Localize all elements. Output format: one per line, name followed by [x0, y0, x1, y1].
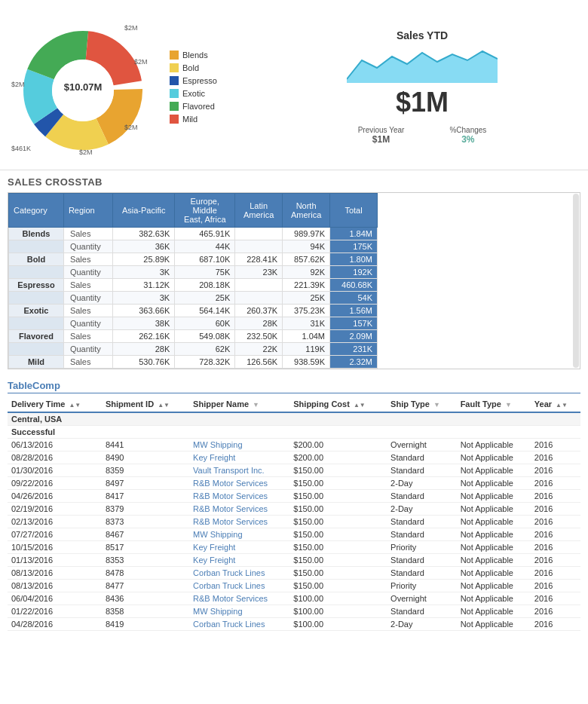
legend-color-espresso — [170, 76, 179, 85]
table-row[interactable]: 02/19/20168379R&B Motor Services$150.002… — [8, 503, 580, 516]
table-row[interactable]: 08/13/20168477Corban Truck Lines$150.00P… — [8, 580, 580, 592]
crosstab-cell-latin: 260.37K — [235, 305, 283, 317]
cell-shipper: R&B Motor Services — [189, 503, 289, 516]
table-row[interactable]: 01/13/20168353Key Freight$150.00Standard… — [8, 554, 580, 567]
crosstab-cell-asia: 3K — [113, 292, 175, 305]
table-row[interactable]: 10/15/20168517Key Freight$150.00Priority… — [8, 541, 580, 554]
crosstab-cell-north: 119K — [283, 343, 330, 356]
filter-icon-shipper[interactable]: ▼ — [253, 401, 259, 409]
cell-id: 8490 — [102, 451, 189, 464]
crosstab-row-type: Quantity — [63, 266, 112, 279]
th-year[interactable]: Year ▲▼ — [531, 396, 580, 412]
chart-area: $2M $2M $2M $2M $461K $2M $10.07M Blends… — [8, 8, 249, 166]
table-row[interactable]: 09/22/20168497R&B Motor Services$150.002… — [8, 477, 580, 490]
crosstab-row-type: Sales — [63, 305, 112, 317]
cell-year: 2016 — [531, 477, 580, 490]
donut-label-exotic: $2M — [11, 81, 25, 88]
filter-icon-ship-type[interactable]: ▼ — [433, 401, 440, 409]
table-row[interactable]: 07/27/20168467MW Shipping$150.00Standard… — [8, 528, 580, 541]
cell-shipper: R&B Motor Services — [189, 477, 289, 490]
th-fault-type[interactable]: Fault Type ▼ — [457, 396, 531, 412]
crosstab-cell-latin: 232.50K — [235, 330, 283, 343]
table-row[interactable]: 04/28/20168419Corban Truck Lines$100.002… — [8, 618, 580, 631]
crosstab-category — [9, 240, 64, 253]
crosstab-cell-europe: 687.10K — [175, 253, 235, 266]
table-row[interactable]: 08/28/20168490Key Freight$200.00Standard… — [8, 451, 580, 464]
cell-year: 2016 — [531, 464, 580, 477]
donut-label-flavored: $2M — [124, 124, 138, 131]
crosstab-section: SALES CROSSTAB Category Region Asia-Paci… — [0, 170, 588, 375]
cell-fault: Not Applicable — [457, 541, 531, 554]
cell-cost: $100.00 — [289, 605, 387, 618]
table-row[interactable]: 08/13/20168478Corban Truck Lines$150.00S… — [8, 567, 580, 580]
cell-cost: $150.00 — [289, 554, 387, 567]
donut-label-blends: $2M — [124, 24, 138, 32]
th-delivery-time[interactable]: Delivery Time ▲▼ — [8, 396, 102, 412]
crosstab-category: Flavored — [9, 330, 64, 343]
cell-date: 01/13/2016 — [8, 554, 102, 567]
sort-icon-delivery[interactable]: ▲▼ — [69, 402, 81, 409]
crosstab-cell-latin: 228.41K — [235, 253, 283, 266]
table-row[interactable]: 01/30/20168359Vault Transport Inc.$150.0… — [8, 464, 580, 477]
table-row[interactable]: 06/13/20168441MW Shipping$200.00Overnigh… — [8, 439, 580, 451]
cell-cost: $150.00 — [289, 490, 387, 503]
crosstab-category — [9, 292, 64, 305]
col-header-total: Total — [330, 194, 378, 228]
sales-ytd-main-value: $1M — [396, 87, 449, 118]
cell-ship-type: Overnight — [387, 592, 457, 605]
crosstab-total: 1.56M — [330, 305, 378, 317]
th-shipment-id[interactable]: Shipment ID ▲▼ — [102, 396, 189, 412]
cell-ship-type: Standard — [387, 554, 457, 567]
crosstab-title: SALES CROSSTAB — [8, 176, 580, 188]
sales-ytd-title: Sales YTD — [397, 29, 448, 41]
th-shipper-name[interactable]: Shipper Name ▼ — [189, 396, 289, 412]
sub-group-header: Successful — [8, 426, 580, 439]
group-header: Central, USA — [8, 412, 580, 426]
crosstab-total: 192K — [330, 266, 378, 279]
legend-item-mild: Mild — [170, 115, 217, 124]
sort-icon-shipment[interactable]: ▲▼ — [158, 402, 170, 409]
table-row[interactable]: 02/13/20168373R&B Motor Services$150.00S… — [8, 516, 580, 528]
legend-label-espresso: Espresso — [182, 76, 217, 85]
table-row[interactable]: 01/22/20168358MW Shipping$100.00Standard… — [8, 605, 580, 618]
cell-cost: $200.00 — [289, 451, 387, 464]
crosstab-cell-asia: 38K — [113, 317, 175, 330]
cell-fault: Not Applicable — [457, 516, 531, 528]
cell-fault: Not Applicable — [457, 592, 531, 605]
crosstab-cell-europe: 62K — [175, 343, 235, 356]
table-row[interactable]: 06/04/20168436R&B Motor Services$100.00O… — [8, 592, 580, 605]
cell-cost: $150.00 — [289, 516, 387, 528]
th-ship-type[interactable]: Ship Type ▼ — [387, 396, 457, 412]
cell-cost: $150.00 — [289, 541, 387, 554]
ytd-pct-changes: %Changes 3% — [449, 126, 486, 145]
crosstab-category: Mild — [9, 356, 64, 369]
cell-id: 8419 — [102, 618, 189, 631]
top-section: $2M $2M $2M $2M $461K $2M $10.07M Blends… — [0, 0, 588, 170]
donut-label-bold: $2M — [134, 58, 148, 66]
crosstab-cell-north: 221.39K — [283, 279, 330, 292]
crosstab-cell-north: 1.04M — [283, 330, 330, 343]
sort-icon-year[interactable]: ▲▼ — [556, 402, 568, 409]
sort-icon-cost[interactable]: ▲▼ — [354, 402, 366, 409]
th-shipping-cost[interactable]: Shipping Cost ▲▼ — [289, 396, 387, 412]
crosstab-row-type: Sales — [63, 330, 112, 343]
legend-label-flavored: Flavored — [182, 102, 215, 111]
cell-fault: Not Applicable — [457, 490, 531, 503]
crosstab-cell-north: 94K — [283, 240, 330, 253]
ytd-pct-changes-value: 3% — [461, 134, 474, 145]
cell-shipper: Key Freight — [189, 554, 289, 567]
cell-fault: Not Applicable — [457, 451, 531, 464]
legend-color-mild — [170, 115, 179, 124]
legend-color-flavored — [170, 102, 179, 111]
table-row[interactable]: 04/26/20168417R&B Motor Services$150.00S… — [8, 490, 580, 503]
cell-shipper: R&B Motor Services — [189, 490, 289, 503]
cell-id: 8441 — [102, 439, 189, 451]
ytd-previous-year: Previous Year $1M — [358, 126, 405, 145]
cell-fault: Not Applicable — [457, 503, 531, 516]
tablecomp-scroll[interactable]: Delivery Time ▲▼ Shipment ID ▲▼ Shipper … — [8, 396, 580, 631]
filter-icon-fault-type[interactable]: ▼ — [505, 401, 512, 409]
donut-chart: $2M $2M $2M $2M $461K $2M $10.07M — [8, 8, 158, 166]
cell-date: 01/30/2016 — [8, 464, 102, 477]
crosstab-wrapper[interactable]: Category Region Asia-Pacific Europe,Midd… — [8, 192, 580, 369]
cell-cost: $150.00 — [289, 528, 387, 541]
